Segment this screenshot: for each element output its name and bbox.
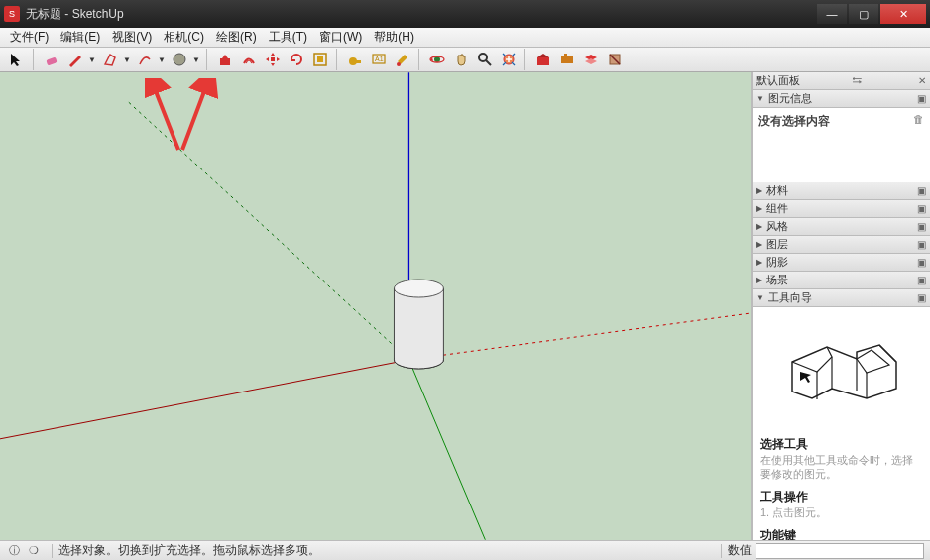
pencil-tool[interactable]: [64, 49, 86, 70]
panel-close-icon[interactable]: ▣: [917, 275, 926, 285]
materials-header[interactable]: ▶材料▣: [753, 182, 930, 200]
toolbar-separator: [33, 49, 38, 70]
value-input[interactable]: [756, 543, 924, 559]
styles-title: 风格: [766, 219, 788, 234]
menu-draw[interactable]: 绘图(R): [210, 27, 263, 48]
viewport-canvas: [0, 72, 751, 540]
collapse-icon: ▼: [756, 293, 764, 302]
toolbar-separator: [418, 49, 423, 70]
shape-dropdown[interactable]: ▼: [123, 56, 131, 64]
svg-point-6: [349, 57, 357, 65]
menu-view[interactable]: 视图(V): [106, 27, 158, 48]
toolbar-separator: [206, 49, 211, 70]
svg-rect-17: [561, 56, 573, 63]
panel-close-icon[interactable]: ▣: [917, 257, 926, 268]
status-info-icon[interactable]: ⓘ: [6, 543, 22, 558]
pin-icon[interactable]: ⮀: [852, 75, 862, 86]
arc-dropdown[interactable]: ▼: [158, 56, 166, 64]
components-title: 组件: [766, 201, 788, 216]
svg-rect-2: [220, 58, 230, 65]
panel-close-icon[interactable]: ▣: [917, 239, 926, 250]
panel-close-icon[interactable]: ▣: [917, 185, 926, 196]
tray-header[interactable]: 默认面板 ⮀ ✕: [753, 72, 930, 90]
3dwarehouse-tool[interactable]: [532, 49, 554, 70]
instructor-header[interactable]: ▼工具向导▣: [753, 289, 930, 307]
instructor-ops-1: 1. 点击图元。: [760, 505, 922, 519]
svg-line-30: [182, 86, 206, 150]
eraser-tool[interactable]: [41, 49, 62, 70]
svg-point-10: [397, 62, 401, 66]
scale-tool[interactable]: [309, 49, 331, 70]
shadows-header[interactable]: ▶阴影▣: [753, 254, 930, 272]
pan-tool[interactable]: [450, 49, 472, 70]
svg-text:A1: A1: [375, 56, 384, 62]
menu-window[interactable]: 窗口(W): [313, 27, 368, 48]
tape-tool[interactable]: [344, 49, 366, 70]
entity-info-title: 图元信息: [768, 91, 812, 106]
expand-icon: ▶: [756, 204, 762, 213]
expand-icon: ▶: [756, 222, 762, 231]
panel-close-icon[interactable]: ▣: [917, 203, 926, 214]
layers-header[interactable]: ▶图层▣: [753, 236, 930, 254]
svg-line-21: [0, 360, 408, 439]
menu-camera[interactable]: 相机(C): [158, 27, 210, 48]
toolbar-separator: [336, 49, 341, 70]
side-panel: 默认面板 ⮀ ✕ ▼ 图元信息 ▣ 🗑 没有选择内容 ▶材料▣ ▶组件▣ ▶风格…: [752, 72, 930, 540]
circle-dropdown[interactable]: ▼: [192, 56, 200, 64]
panel-close-icon[interactable]: ▣: [917, 221, 926, 232]
shape-tool[interactable]: [99, 49, 121, 70]
extension-tool[interactable]: [556, 49, 578, 70]
minimize-button[interactable]: —: [817, 4, 847, 24]
arc-tool[interactable]: [134, 49, 156, 70]
layers-tool[interactable]: [580, 49, 602, 70]
layers-title: 图层: [766, 237, 788, 252]
svg-rect-18: [564, 54, 567, 56]
svg-point-13: [479, 54, 487, 61]
instructor-title: 工具向导: [768, 290, 812, 305]
menu-edit[interactable]: 编辑(E): [55, 27, 106, 48]
move-tool[interactable]: [262, 49, 284, 70]
zoom-extents-tool[interactable]: [498, 49, 520, 70]
zoom-tool[interactable]: [474, 49, 496, 70]
svg-line-22: [408, 313, 751, 360]
svg-line-29: [154, 86, 178, 150]
trash-icon[interactable]: 🗑: [913, 113, 924, 125]
annotation-arrows: [145, 78, 224, 158]
text-tool[interactable]: A1: [368, 49, 390, 70]
svg-point-28: [394, 280, 443, 297]
tray-close-icon[interactable]: ✕: [918, 75, 926, 86]
toolbar-separator: [524, 49, 529, 70]
svg-point-11: [434, 56, 440, 62]
components-header[interactable]: ▶组件▣: [753, 200, 930, 218]
section-tool[interactable]: [604, 49, 626, 70]
entity-info-header[interactable]: ▼ 图元信息 ▣: [753, 90, 930, 108]
orbit-tool[interactable]: [426, 49, 448, 70]
menu-file[interactable]: 文件(F): [4, 27, 55, 48]
styles-header[interactable]: ▶风格▣: [753, 218, 930, 236]
instructor-illustration: [753, 307, 930, 426]
menubar: 文件(F) 编辑(E) 视图(V) 相机(C) 绘图(R) 工具(T) 窗口(W…: [0, 28, 930, 48]
svg-rect-7: [356, 60, 361, 63]
circle-tool[interactable]: [169, 49, 190, 70]
offset-tool[interactable]: [238, 49, 260, 70]
status-help-icon[interactable]: ❍: [26, 544, 42, 557]
rotate-tool[interactable]: [286, 49, 307, 70]
panel-close-icon[interactable]: ▣: [917, 292, 926, 303]
pushpull-tool[interactable]: [214, 49, 236, 70]
menu-help[interactable]: 帮助(H): [368, 27, 420, 48]
panel-close-icon[interactable]: ▣: [917, 93, 926, 104]
menu-tools[interactable]: 工具(T): [263, 27, 313, 48]
entity-info-body: 🗑 没有选择内容: [753, 108, 930, 182]
model-viewport[interactable]: [0, 72, 752, 540]
svg-point-1: [174, 54, 185, 65]
paint-tool[interactable]: [392, 49, 413, 70]
maximize-button[interactable]: ▢: [849, 4, 878, 24]
instructor-tool-title: 选择工具: [760, 436, 922, 453]
select-tool[interactable]: [6, 49, 28, 70]
scenes-title: 场景: [766, 273, 788, 287]
close-button[interactable]: ✕: [880, 4, 926, 24]
materials-title: 材料: [766, 183, 788, 198]
app-icon: S: [4, 6, 20, 22]
scenes-header[interactable]: ▶场景▣: [753, 272, 930, 289]
pencil-dropdown[interactable]: ▼: [88, 56, 96, 64]
